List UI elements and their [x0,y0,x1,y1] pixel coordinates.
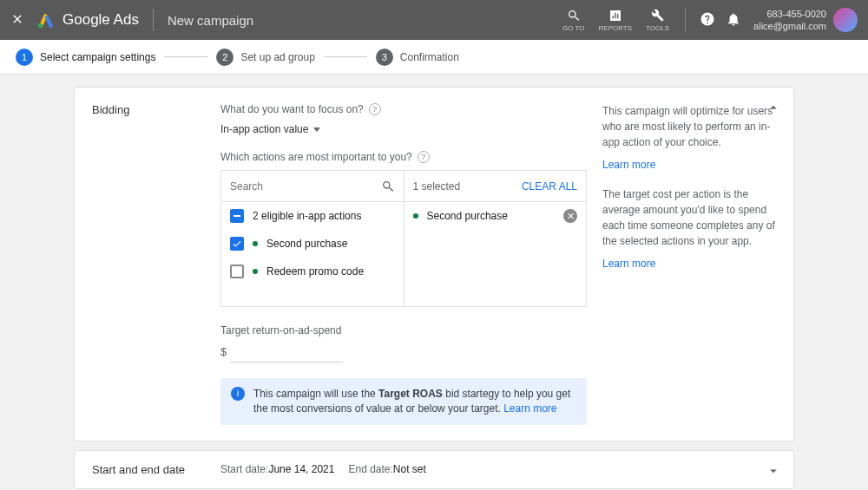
start-date-value: June 14, 2021 [268,463,334,475]
roas-input[interactable] [230,342,343,363]
close-icon[interactable] [10,12,24,29]
learn-more-link[interactable]: Learn more [602,157,776,173]
page-title: New campaign [168,13,253,28]
svg-rect-1 [233,215,240,217]
header-divider-2 [685,8,686,32]
side-note: The target cost per action is the averag… [602,186,776,249]
remove-icon[interactable]: ✕ [563,209,577,223]
bidding-card: Bidding What do you want to focus on? ? … [74,87,794,441]
header-divider [153,9,154,31]
help-icon[interactable] [700,11,715,29]
eligible-header-row[interactable]: 2 eligible in-app actions [221,202,404,230]
currency-prefix: $ [220,345,227,358]
learn-more-link[interactable]: Learn more [503,402,556,415]
roas-label: Target return-on-ad-spend [220,324,587,336]
step-2[interactable]: 2 Set up ad group [216,49,314,66]
tools-tool[interactable]: TOOLS [646,9,669,32]
focus-dropdown[interactable]: In-app action value [220,123,320,135]
notifications-icon[interactable] [726,11,741,29]
help-icon[interactable]: ? [418,151,430,163]
expand-icon[interactable] [766,463,781,481]
actions-selector: 2 eligible in-app actions Second purchas… [220,170,587,307]
brand-text: Google Ads [62,11,139,29]
ads-logo-icon [36,10,56,29]
svg-point-0 [38,23,43,28]
chevron-down-icon [313,127,320,132]
reports-icon [608,9,622,23]
goto-tool[interactable]: GO TO [562,9,585,32]
selected-action-row: Second purchase ✕ [404,202,587,230]
dates-card[interactable]: Start and end date Start date: June 14, … [74,450,794,489]
search-input[interactable] [230,180,381,193]
user-phone: 683-455-0020 [753,8,826,20]
app-header: Google Ads New campaign GO TO REPORTS TO… [0,0,868,40]
info-banner: i This campaign will use the Target ROAS… [220,378,587,425]
search-icon[interactable] [381,180,395,193]
help-icon[interactable]: ? [369,103,381,115]
status-dot [413,213,418,219]
status-dot [253,241,258,246]
search-icon [567,9,581,23]
checkbox-unchecked[interactable] [230,265,244,278]
section-title: Bidding [92,103,205,425]
stepper: 1 Select campaign settings 2 Set up ad g… [0,40,868,75]
avatar[interactable] [833,8,858,32]
status-dot [253,269,258,274]
brand-logo: Google Ads [36,10,139,29]
action-row[interactable]: Redeem promo code [221,258,404,285]
reports-tool[interactable]: REPORTS [599,9,633,32]
user-info: 683-455-0020 alice@gmail.com [753,8,826,33]
actions-label: Which actions are most important to you? [220,151,412,163]
section-title: Start and end date [92,463,220,476]
end-date-value: Not set [393,463,426,475]
info-icon: i [231,387,245,401]
user-email: alice@gmail.com [753,20,826,32]
step-3[interactable]: 3 Confirmation [376,49,459,66]
selected-count: 1 selected [413,180,461,193]
collapse-icon[interactable] [766,100,781,118]
wrench-icon [651,9,665,23]
checkbox-checked[interactable] [230,237,244,251]
focus-label: What do you want to focus on? [220,103,364,115]
learn-more-link[interactable]: Learn more [602,256,776,271]
action-row[interactable]: Second purchase [221,230,404,258]
checkbox-indeterminate[interactable] [230,209,244,223]
clear-all-button[interactable]: CLEAR ALL [522,180,577,193]
step-1[interactable]: 1 Select campaign settings [16,49,155,66]
side-note: This campaign will optimize for users wh… [602,103,776,150]
